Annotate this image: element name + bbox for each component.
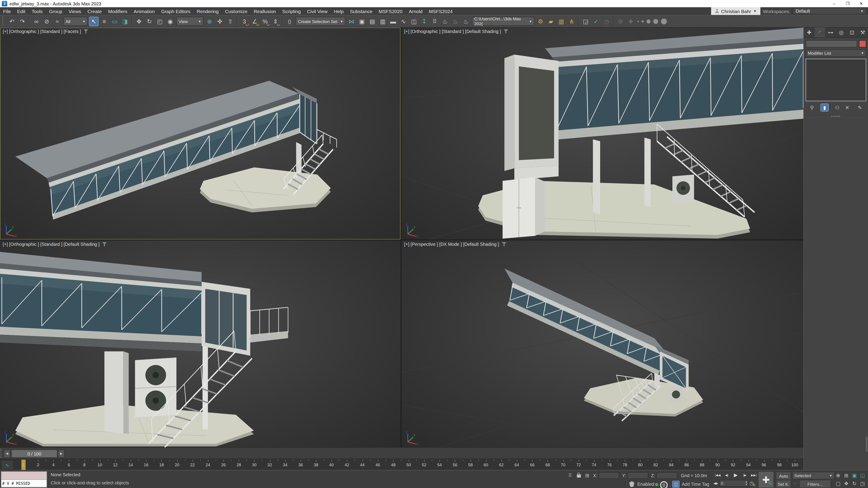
bind-to-space-warp-icon[interactable]: ≈ xyxy=(53,17,62,26)
viewport-bottom-right[interactable]: [+] [Perspective ] [DX Mode ] [Default S… xyxy=(401,240,803,447)
current-frame-field[interactable]: 0 ▲▼ xyxy=(719,480,749,487)
zoom-icon[interactable]: ⊕ xyxy=(834,471,842,480)
filter-funnel-icon[interactable] xyxy=(504,29,508,33)
toolbar-drag-handle[interactable] xyxy=(2,16,5,26)
autosave-clock-icon[interactable]: ◷ xyxy=(602,17,611,26)
spinner-arrows[interactable]: ▲▼ xyxy=(745,480,748,486)
select-and-link-icon[interactable]: ∞ xyxy=(32,17,41,26)
remove-modifier-icon[interactable]: ✕ xyxy=(843,103,851,111)
undo-icon[interactable]: ↶ xyxy=(7,17,17,26)
time-slider[interactable]: 0 / 100 xyxy=(11,450,57,458)
menu-substance[interactable]: Substance xyxy=(347,7,375,15)
menu-graph-editors[interactable]: Graph Editors xyxy=(158,7,194,15)
key-filters-button[interactable]: Filters... xyxy=(799,480,831,488)
check-circle-icon[interactable]: ✓ xyxy=(591,17,601,26)
menu-rendering[interactable]: Rendering xyxy=(193,7,222,15)
filter-funnel-icon[interactable] xyxy=(502,242,506,246)
add-time-tag[interactable]: Add Time Tag xyxy=(682,482,709,487)
toggle-ribbon-icon[interactable]: ▬ xyxy=(388,17,398,26)
msfs-hierarchy-icon[interactable]: ⋔ xyxy=(567,17,577,26)
mini-curve-editor-button[interactable]: ∿ xyxy=(1,460,13,470)
viewport-label[interactable]: [+] [Orthographic ] [Standard ] [Default… xyxy=(3,242,100,247)
current-frame-marker[interactable] xyxy=(21,459,26,470)
tab-hierarchy[interactable]: ⊶ xyxy=(825,28,836,37)
tab-create[interactable]: ✚ xyxy=(804,28,814,37)
timeline-ruler[interactable]: 0246810121416182022242628303234363840424… xyxy=(14,459,803,470)
maxscript-mini-listener[interactable]: # V # MISSED xyxy=(1,471,47,488)
render-production-icon[interactable]: ♨ xyxy=(461,17,471,26)
listener-macro-row[interactable] xyxy=(1,472,46,480)
render-setup-icon[interactable]: ♨ xyxy=(440,17,450,26)
menu-arnold[interactable]: Arnold xyxy=(405,7,426,15)
named-selection-sets-dropdown[interactable]: Create Selection Set▼ xyxy=(296,17,345,26)
zoom-all-icon[interactable]: ⊞ xyxy=(842,471,850,480)
brush-preset-dot-5[interactable] xyxy=(661,18,667,24)
modifier-stack[interactable] xyxy=(806,59,866,101)
brush-preset-dot-2[interactable] xyxy=(642,20,644,22)
menu-msfs2020[interactable]: MSFS2020 xyxy=(375,7,405,15)
toggle-scene-explorer-icon[interactable]: ▤ xyxy=(368,17,377,26)
user-account-menu[interactable]: Christian Bahr ▼ xyxy=(711,7,760,15)
maximize-button[interactable]: ❒ xyxy=(841,0,855,7)
spinner-snap-icon[interactable]: ⇕ xyxy=(271,17,280,26)
configure-modifier-sets-icon[interactable]: ✎ xyxy=(856,103,864,111)
percent-snap-icon[interactable]: % xyxy=(260,17,270,26)
orbit-icon[interactable]: ↻ xyxy=(850,480,859,488)
previous-frame-button[interactable]: ◀| xyxy=(722,472,731,479)
select-and-rotate-icon[interactable]: ↻ xyxy=(145,17,154,26)
tab-utilities[interactable]: ⚒ xyxy=(857,28,868,37)
filter-funnel-icon[interactable] xyxy=(84,29,88,33)
toggle-layer-explorer-icon[interactable]: ▥ xyxy=(378,17,388,26)
menu-scripting[interactable]: Scripting xyxy=(279,7,304,15)
maximize-viewport-icon[interactable]: ◳ xyxy=(859,480,867,488)
set-keys-button[interactable]: ✚⚲ xyxy=(758,471,774,488)
drag-handle[interactable] xyxy=(0,449,1,458)
redo-icon[interactable]: ↷ xyxy=(18,17,27,26)
play-button[interactable]: ▶ xyxy=(732,472,740,479)
menu-views[interactable]: Views xyxy=(65,7,84,15)
select-and-place-icon[interactable]: ◉ xyxy=(165,17,175,26)
menu-group[interactable]: Group xyxy=(46,7,65,15)
gear-edit-icon[interactable]: ⚙ xyxy=(616,17,625,26)
set-key-mode-button[interactable]: Set K. xyxy=(776,480,791,488)
z-coord-field[interactable] xyxy=(656,472,677,479)
time-slider-prev-button[interactable]: ◀ xyxy=(4,450,10,458)
go-to-end-button[interactable]: ▶▶| xyxy=(749,472,758,479)
menu-create[interactable]: Create xyxy=(84,7,105,15)
viewport-top-left[interactable]: [+] [Orthographic ] [Standard ] [Facets … xyxy=(0,28,401,239)
use-pivot-point-center-icon[interactable]: ⊕ xyxy=(205,17,214,26)
notification-count-badge[interactable]: 0 xyxy=(660,481,668,488)
brush-preset-dot-4[interactable] xyxy=(653,19,658,24)
angle-snap-icon[interactable]: ∠ xyxy=(250,17,259,26)
show-end-result-icon[interactable]: ▮ xyxy=(820,103,829,111)
y-coord-field[interactable] xyxy=(627,472,648,479)
rendered-frame-window-icon[interactable]: ♨ xyxy=(451,17,460,26)
menu-edit[interactable]: Edit xyxy=(14,7,29,15)
go-to-start-button[interactable]: |◀◀ xyxy=(713,472,722,479)
tab-motion[interactable]: ◎ xyxy=(836,28,846,37)
workspace-dropdown[interactable]: Default ▼ xyxy=(793,8,866,14)
close-button[interactable]: ✕ xyxy=(855,0,868,7)
rectangular-selection-region-icon[interactable]: ▭ xyxy=(110,17,119,26)
frame-step-icon[interactable]: ◀▶ xyxy=(713,482,718,485)
selection-filter-dropdown[interactable]: All▼ xyxy=(63,17,88,26)
menu-modifiers[interactable]: Modifiers xyxy=(105,7,130,15)
menu-animation[interactable]: Animation xyxy=(130,7,158,15)
shield-icon[interactable] xyxy=(629,481,634,487)
brush-preset-dot-3[interactable] xyxy=(647,19,651,23)
keyboard-shortcut-override-icon[interactable]: ⇧ xyxy=(225,17,235,26)
project-folder-dropdown[interactable]: C:\Users\Chri...\3ds Max 202(▼ xyxy=(472,17,534,26)
snaps-toggle-3d-icon[interactable]: 3 xyxy=(240,17,249,26)
zoom-extents-icon[interactable]: ▣ xyxy=(850,471,859,480)
pin-stack-icon[interactable]: ⚲ xyxy=(808,103,816,111)
menu-msfs2024[interactable]: MSFS2024 xyxy=(426,7,456,15)
viewport-label[interactable]: [+] [Orthographic ] [Standard ] [Default… xyxy=(404,29,501,34)
zoom-extents-all-icon[interactable]: ◱ xyxy=(859,471,867,480)
rollout-splitter[interactable]: •••••• xyxy=(807,116,865,117)
listener-script-row[interactable]: # V # MISSED xyxy=(1,480,46,487)
selection-lock-icon[interactable] xyxy=(575,472,582,480)
menu-customize[interactable]: Customize xyxy=(222,7,250,15)
panel-scrollbar[interactable] xyxy=(866,436,868,452)
absolute-relative-toggle-icon[interactable]: ⊞ xyxy=(584,472,591,479)
isolate-selection-icon[interactable]: ⠿ xyxy=(566,472,574,479)
